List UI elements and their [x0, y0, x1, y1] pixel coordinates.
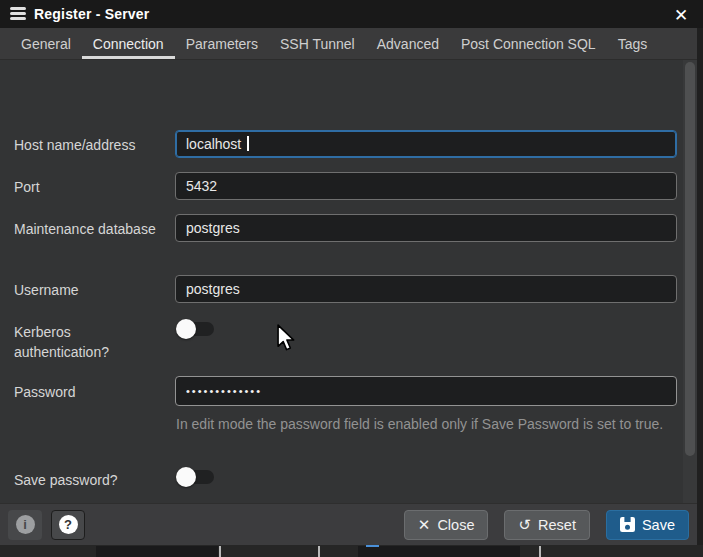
- screen: Register - Server ✕ General Connection P…: [0, 0, 703, 557]
- tab-connection[interactable]: Connection: [82, 28, 175, 59]
- help-icon: ?: [59, 515, 78, 534]
- toggle-knob: [176, 319, 196, 339]
- server-icon: [10, 7, 26, 22]
- info-icon: i: [16, 515, 35, 534]
- save-button-label: Save: [642, 517, 675, 533]
- kerberos-label: Kerberos authentication?: [14, 322, 166, 362]
- reset-button[interactable]: ↺ Reset: [504, 510, 589, 540]
- register-server-dialog: Register - Server ✕ General Connection P…: [0, 0, 697, 557]
- save-button[interactable]: Save: [606, 510, 689, 540]
- mouse-cursor: [276, 324, 298, 353]
- tab-post-connection-sql[interactable]: Post Connection SQL: [450, 28, 607, 59]
- close-button-label: Close: [437, 517, 474, 533]
- username-input[interactable]: [175, 275, 677, 303]
- dialog-tabbar: General Connection Parameters SSH Tunnel…: [0, 28, 697, 60]
- background-active-tab-underline: [366, 545, 379, 547]
- password-label: Password: [14, 382, 166, 402]
- background-divider: [539, 546, 541, 557]
- background-window-edge: [697, 0, 703, 557]
- tab-parameters[interactable]: Parameters: [175, 28, 269, 59]
- port-input[interactable]: [175, 172, 677, 200]
- background-block: [358, 546, 520, 557]
- scrollbar-thumb[interactable]: [685, 62, 695, 456]
- floppy-disk-icon: [620, 517, 635, 532]
- tab-general[interactable]: General: [10, 28, 82, 59]
- close-button[interactable]: ✕ Close: [404, 510, 489, 540]
- tab-advanced[interactable]: Advanced: [366, 28, 450, 59]
- background-block: [96, 546, 218, 557]
- port-label: Port: [14, 177, 166, 197]
- password-helper-text: In edit mode the password field is enabl…: [176, 410, 676, 438]
- dialog-footer: i ? ✕ Close ↺ Reset Save: [0, 503, 697, 545]
- close-x-icon: ✕: [418, 517, 431, 532]
- dialog-title: Register - Server: [34, 6, 149, 22]
- save-password-label: Save password?: [14, 470, 166, 490]
- toggle-knob: [176, 467, 196, 487]
- background-divider: [318, 546, 320, 557]
- maintenance-db-label: Maintenance database: [14, 219, 166, 239]
- tab-ssh-tunnel[interactable]: SSH Tunnel: [269, 28, 366, 59]
- text-caret: [247, 136, 249, 151]
- save-password-toggle[interactable]: [176, 467, 216, 487]
- tab-tags[interactable]: Tags: [607, 28, 659, 59]
- close-icon[interactable]: ✕: [670, 4, 692, 26]
- dialog-titlebar[interactable]: Register - Server ✕: [0, 0, 703, 28]
- kerberos-toggle[interactable]: [176, 319, 216, 339]
- scrollbar-track[interactable]: [683, 60, 697, 503]
- maintenance-db-input[interactable]: [175, 214, 677, 242]
- host-label: Host name/address: [14, 135, 166, 155]
- reset-button-label: Reset: [538, 517, 576, 533]
- background-divider: [219, 546, 221, 557]
- info-button[interactable]: i: [8, 510, 42, 540]
- username-label: Username: [14, 280, 166, 300]
- password-input[interactable]: [175, 376, 677, 406]
- background-window-strip: [0, 545, 703, 557]
- help-button[interactable]: ?: [51, 510, 85, 540]
- host-input[interactable]: [175, 130, 677, 158]
- reset-undo-icon: ↺: [518, 517, 531, 532]
- connection-form: Host name/address Port Maintenance datab…: [0, 60, 697, 503]
